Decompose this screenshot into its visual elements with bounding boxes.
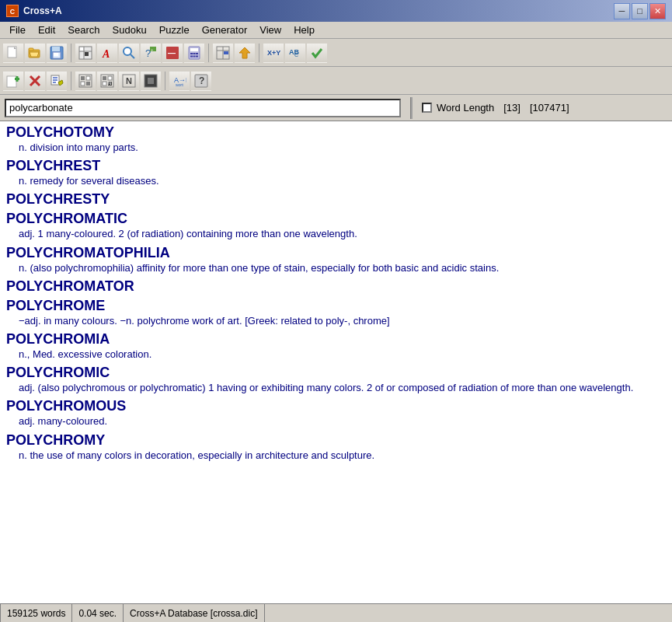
check-button[interactable]: ? + (141, 43, 161, 63)
search-separator (410, 97, 413, 119)
dict-definition: n. (also polychromophilia) affinity for … (6, 261, 666, 275)
menu-sudoku[interactable]: Sudoku (106, 23, 153, 37)
grid-button[interactable] (75, 43, 96, 63)
svg-rect-59 (103, 82, 106, 86)
svg-rect-65 (148, 78, 154, 84)
word-length-area: Word Length [13] [107471] (422, 102, 569, 114)
dict-definition: adj. many-coloured. (6, 414, 666, 428)
help-question-button[interactable]: ? (191, 71, 211, 91)
svg-rect-5 (29, 48, 33, 51)
crossword-icon-button[interactable]: A (97, 43, 117, 63)
svg-rect-55 (86, 82, 90, 86)
svg-rect-36 (224, 51, 228, 54)
open-button[interactable] (25, 43, 45, 63)
status-word-count: 159125 words (0, 604, 72, 622)
dict-word[interactable]: POLYCHROMIA (6, 331, 666, 348)
svg-line-19 (131, 54, 134, 58)
minimize-button[interactable]: ─ (614, 3, 630, 19)
menu-edit[interactable]: Edit (32, 23, 61, 37)
new-button[interactable] (3, 43, 23, 63)
app-icon: C (6, 5, 19, 17)
number-button[interactable]: N (119, 71, 139, 91)
arrange-button[interactable]: A→B sort (169, 71, 190, 91)
search-bar: Word Length [13] [107471] (0, 95, 672, 121)
dict-word[interactable]: POLYCHREST (6, 158, 666, 174)
status-time: 0.04 sec. (72, 604, 124, 622)
dictionary-list[interactable]: POLYCHOTOMYn. division into many parts.P… (0, 121, 672, 603)
dict-word[interactable]: POLYCHROMATOPHILIA (6, 245, 666, 261)
toolbar-2: N N A→B sort ? (0, 67, 672, 95)
dict-word[interactable]: POLYCHROMATIC (6, 211, 666, 227)
list-item: POLYCHROMATOPHILIAn. (also polychromophi… (6, 245, 666, 275)
dict-word[interactable]: POLYCHROMY (6, 432, 666, 449)
svg-text:N: N (108, 81, 111, 86)
menu-search[interactable]: Search (61, 23, 106, 37)
svg-text:+: + (151, 47, 154, 52)
dict-word[interactable]: POLYCHROMATOR (6, 278, 666, 295)
svg-rect-27 (190, 53, 193, 54)
svg-rect-9 (52, 47, 60, 51)
svg-point-18 (124, 47, 131, 55)
dict-word[interactable]: POLYCHROMIC (6, 365, 666, 381)
pattern-button[interactable]: N (97, 71, 117, 91)
list-item: POLYCHROMATOR (6, 278, 666, 295)
list-item: POLYCHROMATICadj. 1 many-coloured. 2 (of… (6, 211, 666, 241)
list-item: POLYCHROMYn. the use of many colors in d… (6, 432, 666, 463)
dict-definition: n., Med. excessive coloration. (6, 348, 666, 362)
svg-marker-7 (30, 52, 39, 57)
grid2-button[interactable] (75, 71, 96, 91)
main-area: POLYCHOTOMYn. division into many parts.P… (0, 121, 672, 603)
fill-button[interactable]: — (162, 43, 183, 63)
dict-definition: −adj. in many colours. −n. polychrome wo… (6, 314, 666, 328)
word-length-checkbox[interactable] (422, 103, 432, 113)
menu-generator[interactable]: Generator (196, 23, 254, 37)
abc-button[interactable]: X+Y (263, 43, 284, 63)
dict-definition: adj. (also polychromous or polychromatic… (6, 381, 666, 395)
svg-rect-53 (86, 76, 90, 80)
svg-marker-37 (239, 47, 250, 58)
title-bar: C Cross+A ─ □ ✕ (0, 0, 672, 22)
calc-button[interactable] (184, 43, 204, 63)
search-input[interactable] (5, 99, 401, 117)
close-button[interactable]: ✕ (649, 3, 666, 19)
list-item: POLYCHROMIAn., Med. excessive coloration… (6, 331, 666, 362)
list-item: POLYCHROME−adj. in many colours. −n. pol… (6, 298, 666, 328)
svg-rect-29 (196, 53, 198, 54)
menu-view[interactable]: View (253, 23, 287, 37)
dict-word[interactable]: POLYCHRESTY (6, 191, 666, 208)
title-text: Cross+A (23, 5, 62, 16)
menu-file[interactable]: File (3, 23, 32, 37)
svg-rect-26 (190, 48, 198, 51)
dict-word[interactable]: POLYCHOTOMY (6, 124, 666, 141)
word-count-total: [107471] (530, 102, 569, 114)
edit-entry-button[interactable] (47, 71, 67, 91)
title-bar-left: C Cross+A (6, 5, 62, 17)
dict-word[interactable]: POLYCHROMOUS (6, 398, 666, 414)
word-length-label: Word Length (437, 102, 494, 114)
black-cell-button[interactable] (141, 71, 161, 91)
sep4 (71, 72, 71, 90)
svg-text:A: A (102, 48, 110, 60)
svg-text:X+Y: X+Y (267, 49, 280, 57)
maximize-button[interactable]: □ (632, 3, 648, 19)
save-button[interactable] (47, 43, 67, 63)
dict-definition: n. division into many parts. (6, 141, 666, 155)
menu-bar: File Edit Search Sudoku Puzzle Generator… (0, 22, 672, 39)
dict-definition: n. the use of many colors in decoration,… (6, 449, 666, 463)
svg-rect-54 (81, 82, 85, 86)
sep2 (208, 44, 209, 62)
delete-entry-button[interactable] (25, 71, 45, 91)
title-buttons: ─ □ ✕ (614, 3, 666, 19)
verify-button[interactable] (307, 43, 327, 63)
table-button[interactable] (213, 43, 233, 63)
dict-definition: n. remedy for several diseases. (6, 174, 666, 188)
menu-help[interactable]: Help (287, 23, 321, 37)
spell-check-button[interactable]: AB C (285, 43, 305, 63)
dict-word[interactable]: POLYCHROME (6, 298, 666, 314)
add-entry-button[interactable] (3, 71, 23, 91)
status-bar: 159125 words 0.04 sec. Cross+A Database … (0, 603, 672, 622)
menu-puzzle[interactable]: Puzzle (153, 23, 196, 37)
find-button[interactable] (119, 43, 139, 63)
export-button[interactable] (235, 43, 255, 63)
svg-rect-31 (193, 55, 196, 57)
